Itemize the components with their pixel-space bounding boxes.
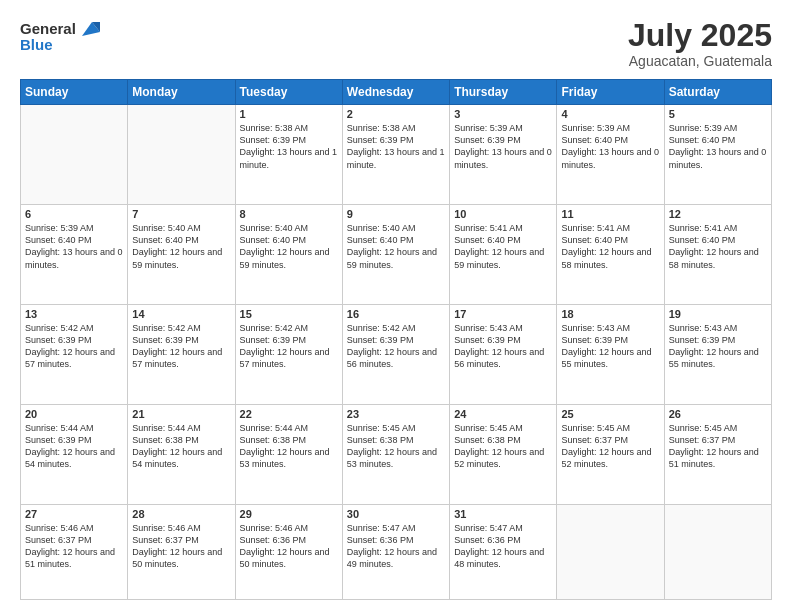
header: General Blue July 2025 Aguacatan, Guatem…: [20, 18, 772, 69]
day-number: 3: [454, 108, 552, 120]
day-number: 20: [25, 408, 123, 420]
day-info: Sunrise: 5:39 AM Sunset: 6:40 PM Dayligh…: [25, 222, 123, 271]
calendar-cell: 21Sunrise: 5:44 AM Sunset: 6:38 PM Dayli…: [128, 405, 235, 505]
day-number: 4: [561, 108, 659, 120]
calendar-day-header: Monday: [128, 80, 235, 105]
day-info: Sunrise: 5:39 AM Sunset: 6:40 PM Dayligh…: [669, 122, 767, 171]
calendar-cell: 17Sunrise: 5:43 AM Sunset: 6:39 PM Dayli…: [450, 305, 557, 405]
day-number: 18: [561, 308, 659, 320]
calendar-week-row: 6Sunrise: 5:39 AM Sunset: 6:40 PM Daylig…: [21, 205, 772, 305]
calendar-cell: 7Sunrise: 5:40 AM Sunset: 6:40 PM Daylig…: [128, 205, 235, 305]
calendar-cell: 2Sunrise: 5:38 AM Sunset: 6:39 PM Daylig…: [342, 105, 449, 205]
day-number: 8: [240, 208, 338, 220]
day-number: 24: [454, 408, 552, 420]
calendar-cell: 28Sunrise: 5:46 AM Sunset: 6:37 PM Dayli…: [128, 504, 235, 599]
day-info: Sunrise: 5:46 AM Sunset: 6:36 PM Dayligh…: [240, 522, 338, 571]
day-number: 16: [347, 308, 445, 320]
day-info: Sunrise: 5:42 AM Sunset: 6:39 PM Dayligh…: [132, 322, 230, 371]
day-number: 19: [669, 308, 767, 320]
calendar-cell: [21, 105, 128, 205]
day-info: Sunrise: 5:38 AM Sunset: 6:39 PM Dayligh…: [347, 122, 445, 171]
day-number: 22: [240, 408, 338, 420]
calendar-cell: 31Sunrise: 5:47 AM Sunset: 6:36 PM Dayli…: [450, 504, 557, 599]
calendar-cell: 20Sunrise: 5:44 AM Sunset: 6:39 PM Dayli…: [21, 405, 128, 505]
day-info: Sunrise: 5:39 AM Sunset: 6:40 PM Dayligh…: [561, 122, 659, 171]
day-info: Sunrise: 5:45 AM Sunset: 6:37 PM Dayligh…: [669, 422, 767, 471]
calendar-cell: 12Sunrise: 5:41 AM Sunset: 6:40 PM Dayli…: [664, 205, 771, 305]
calendar-cell: 9Sunrise: 5:40 AM Sunset: 6:40 PM Daylig…: [342, 205, 449, 305]
day-number: 26: [669, 408, 767, 420]
day-number: 17: [454, 308, 552, 320]
day-number: 13: [25, 308, 123, 320]
day-number: 21: [132, 408, 230, 420]
calendar-cell: 24Sunrise: 5:45 AM Sunset: 6:38 PM Dayli…: [450, 405, 557, 505]
day-number: 6: [25, 208, 123, 220]
calendar-day-header: Thursday: [450, 80, 557, 105]
calendar-cell: 25Sunrise: 5:45 AM Sunset: 6:37 PM Dayli…: [557, 405, 664, 505]
day-info: Sunrise: 5:43 AM Sunset: 6:39 PM Dayligh…: [454, 322, 552, 371]
day-info: Sunrise: 5:44 AM Sunset: 6:39 PM Dayligh…: [25, 422, 123, 471]
day-number: 14: [132, 308, 230, 320]
day-number: 1: [240, 108, 338, 120]
calendar-cell: 23Sunrise: 5:45 AM Sunset: 6:38 PM Dayli…: [342, 405, 449, 505]
calendar-cell: 19Sunrise: 5:43 AM Sunset: 6:39 PM Dayli…: [664, 305, 771, 405]
day-info: Sunrise: 5:46 AM Sunset: 6:37 PM Dayligh…: [132, 522, 230, 571]
calendar-week-row: 27Sunrise: 5:46 AM Sunset: 6:37 PM Dayli…: [21, 504, 772, 599]
calendar-cell: 3Sunrise: 5:39 AM Sunset: 6:39 PM Daylig…: [450, 105, 557, 205]
day-info: Sunrise: 5:41 AM Sunset: 6:40 PM Dayligh…: [454, 222, 552, 271]
day-info: Sunrise: 5:43 AM Sunset: 6:39 PM Dayligh…: [561, 322, 659, 371]
calendar-cell: 4Sunrise: 5:39 AM Sunset: 6:40 PM Daylig…: [557, 105, 664, 205]
calendar-cell: 29Sunrise: 5:46 AM Sunset: 6:36 PM Dayli…: [235, 504, 342, 599]
day-info: Sunrise: 5:42 AM Sunset: 6:39 PM Dayligh…: [347, 322, 445, 371]
day-number: 30: [347, 508, 445, 520]
calendar-week-row: 1Sunrise: 5:38 AM Sunset: 6:39 PM Daylig…: [21, 105, 772, 205]
day-info: Sunrise: 5:40 AM Sunset: 6:40 PM Dayligh…: [240, 222, 338, 271]
calendar-cell: 1Sunrise: 5:38 AM Sunset: 6:39 PM Daylig…: [235, 105, 342, 205]
day-number: 27: [25, 508, 123, 520]
day-number: 28: [132, 508, 230, 520]
day-info: Sunrise: 5:41 AM Sunset: 6:40 PM Dayligh…: [669, 222, 767, 271]
day-info: Sunrise: 5:44 AM Sunset: 6:38 PM Dayligh…: [240, 422, 338, 471]
calendar-day-header: Tuesday: [235, 80, 342, 105]
subtitle: Aguacatan, Guatemala: [628, 53, 772, 69]
calendar-day-header: Saturday: [664, 80, 771, 105]
calendar-cell: 11Sunrise: 5:41 AM Sunset: 6:40 PM Dayli…: [557, 205, 664, 305]
day-number: 31: [454, 508, 552, 520]
title-block: July 2025 Aguacatan, Guatemala: [628, 18, 772, 69]
calendar-cell: 27Sunrise: 5:46 AM Sunset: 6:37 PM Dayli…: [21, 504, 128, 599]
calendar-table: SundayMondayTuesdayWednesdayThursdayFrid…: [20, 79, 772, 600]
calendar-week-row: 13Sunrise: 5:42 AM Sunset: 6:39 PM Dayli…: [21, 305, 772, 405]
day-info: Sunrise: 5:47 AM Sunset: 6:36 PM Dayligh…: [347, 522, 445, 571]
calendar-cell: 8Sunrise: 5:40 AM Sunset: 6:40 PM Daylig…: [235, 205, 342, 305]
calendar-cell: [557, 504, 664, 599]
calendar-cell: 5Sunrise: 5:39 AM Sunset: 6:40 PM Daylig…: [664, 105, 771, 205]
calendar-cell: 15Sunrise: 5:42 AM Sunset: 6:39 PM Dayli…: [235, 305, 342, 405]
day-info: Sunrise: 5:45 AM Sunset: 6:37 PM Dayligh…: [561, 422, 659, 471]
day-info: Sunrise: 5:45 AM Sunset: 6:38 PM Dayligh…: [454, 422, 552, 471]
day-info: Sunrise: 5:46 AM Sunset: 6:37 PM Dayligh…: [25, 522, 123, 571]
calendar-cell: 16Sunrise: 5:42 AM Sunset: 6:39 PM Dayli…: [342, 305, 449, 405]
day-number: 7: [132, 208, 230, 220]
day-info: Sunrise: 5:45 AM Sunset: 6:38 PM Dayligh…: [347, 422, 445, 471]
day-number: 23: [347, 408, 445, 420]
day-info: Sunrise: 5:47 AM Sunset: 6:36 PM Dayligh…: [454, 522, 552, 571]
calendar-cell: 13Sunrise: 5:42 AM Sunset: 6:39 PM Dayli…: [21, 305, 128, 405]
logo-blue-text: Blue: [20, 36, 53, 54]
day-number: 2: [347, 108, 445, 120]
calendar-cell: 30Sunrise: 5:47 AM Sunset: 6:36 PM Dayli…: [342, 504, 449, 599]
day-number: 12: [669, 208, 767, 220]
day-info: Sunrise: 5:43 AM Sunset: 6:39 PM Dayligh…: [669, 322, 767, 371]
day-info: Sunrise: 5:40 AM Sunset: 6:40 PM Dayligh…: [347, 222, 445, 271]
day-number: 11: [561, 208, 659, 220]
calendar-cell: 26Sunrise: 5:45 AM Sunset: 6:37 PM Dayli…: [664, 405, 771, 505]
day-info: Sunrise: 5:42 AM Sunset: 6:39 PM Dayligh…: [240, 322, 338, 371]
day-info: Sunrise: 5:38 AM Sunset: 6:39 PM Dayligh…: [240, 122, 338, 171]
main-title: July 2025: [628, 18, 772, 53]
logo-icon: [78, 18, 100, 40]
calendar-cell: 14Sunrise: 5:42 AM Sunset: 6:39 PM Dayli…: [128, 305, 235, 405]
day-number: 5: [669, 108, 767, 120]
day-info: Sunrise: 5:44 AM Sunset: 6:38 PM Dayligh…: [132, 422, 230, 471]
calendar-cell: [664, 504, 771, 599]
calendar-header-row: SundayMondayTuesdayWednesdayThursdayFrid…: [21, 80, 772, 105]
day-number: 29: [240, 508, 338, 520]
